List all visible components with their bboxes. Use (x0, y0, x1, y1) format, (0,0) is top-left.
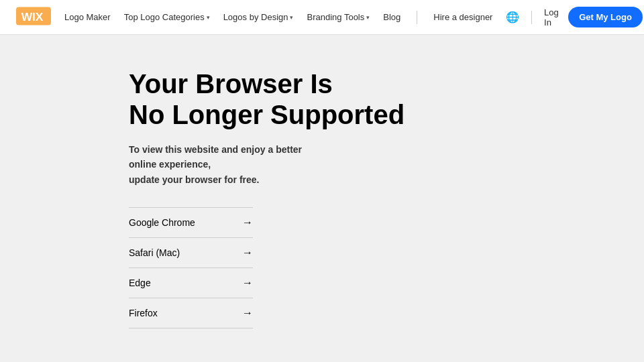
globe-icon[interactable]: 🌐 (506, 11, 519, 23)
page-heading: Your Browser Is No Longer Supported (129, 68, 451, 130)
nav-hire-designer[interactable]: Hire a designer (433, 12, 492, 22)
nav-blog[interactable]: Blog (383, 12, 400, 22)
nav-logo-maker[interactable]: Logo Maker (64, 12, 111, 22)
browser-list: Google Chrome → Safari (Mac) → Edge → Fi… (129, 207, 253, 328)
chevron-down-icon: ▾ (207, 14, 210, 21)
browser-item-safari[interactable]: Safari (Mac) → (129, 237, 253, 267)
nav-divider (417, 11, 417, 24)
browser-item-firefox[interactable]: Firefox → (129, 298, 253, 328)
svg-text:WIX: WIX (21, 9, 44, 23)
arrow-right-icon: → (242, 247, 253, 259)
nav-logos-by-design[interactable]: Logos by Design ▾ (223, 12, 294, 22)
browser-item-edge[interactable]: Edge → (129, 267, 253, 298)
site-header: WIX Logo Maker Top Logo Categories ▾ Log… (0, 0, 644, 35)
nav-top-logo-categories[interactable]: Top Logo Categories ▾ (124, 12, 210, 22)
arrow-right-icon: → (242, 217, 253, 229)
browser-item-chrome[interactable]: Google Chrome → (129, 207, 253, 237)
chevron-down-icon: ▾ (290, 14, 293, 21)
page-subtitle: To view this website and enjoy a better … (129, 142, 330, 187)
main-nav: Logo Maker Top Logo Categories ▾ Logos b… (64, 11, 492, 24)
arrow-right-icon: → (242, 277, 253, 289)
get-my-logo-button[interactable]: Get My Logo (568, 7, 643, 27)
header-divider (531, 11, 532, 24)
arrow-right-icon: → (242, 307, 253, 319)
chevron-down-icon: ▾ (366, 14, 370, 21)
header-right: 🌐 Log In Get My Logo (506, 7, 642, 27)
nav-branding-tools[interactable]: Branding Tools ▾ (307, 12, 370, 22)
wix-logo[interactable]: WIX (16, 7, 51, 28)
main-content: Your Browser Is No Longer Supported To v… (0, 35, 644, 328)
login-link[interactable]: Log In (544, 7, 559, 27)
